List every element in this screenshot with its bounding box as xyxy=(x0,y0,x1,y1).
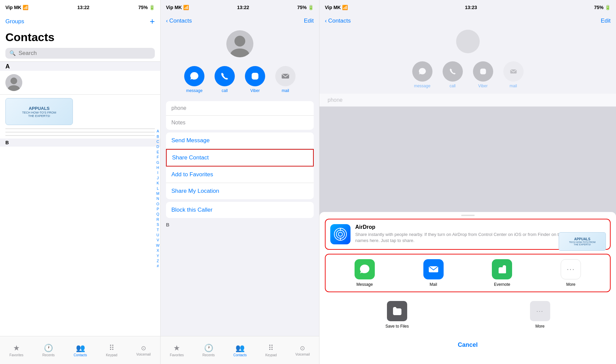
groups-button[interactable]: Groups xyxy=(5,18,24,25)
list-item[interactable] xyxy=(0,71,160,95)
files-row: Save to Files ··· More xyxy=(319,296,616,333)
tab-favorites-2[interactable]: ★ Favorites xyxy=(170,344,184,357)
message-share-icon xyxy=(355,259,375,279)
status-left-1: Vip MK 📶 xyxy=(5,5,28,10)
section-b: B xyxy=(0,139,160,147)
tab-label-recents-1: Recents xyxy=(42,353,55,357)
tab-keypad-2[interactable]: ⠿ Keypad xyxy=(265,344,277,357)
contact-header-2 xyxy=(161,27,319,61)
tab-label-rec-2: Recents xyxy=(202,353,215,357)
wifi-icon-2: 📶 xyxy=(183,5,189,10)
battery-icon-2: 🔋 xyxy=(308,5,314,10)
avatar xyxy=(5,74,22,91)
call-btn-3: call xyxy=(443,61,463,88)
more-share-label: More xyxy=(566,282,575,287)
mail-share-label: Mail xyxy=(430,282,437,287)
message-share-label: Message xyxy=(357,282,373,287)
tab-voicemail-1[interactable]: ⊙ Voicemail xyxy=(136,344,151,356)
contact-detail-3: ‹ Contacts Edit message call xyxy=(319,15,616,107)
status-right-1: 75% 🔋 xyxy=(138,5,155,10)
voicemail-icon-2: ⊙ xyxy=(300,344,305,352)
svg-point-4 xyxy=(234,36,245,47)
share-sheet-panel: Vip MK 📶 13:23 75% 🔋 ‹ Contacts Edit xyxy=(319,0,616,364)
evernote-share-label: Evernote xyxy=(494,282,510,287)
share-mail-button[interactable]: Mail xyxy=(423,259,444,287)
avatar-2 xyxy=(226,30,253,57)
star-icon-1: ★ xyxy=(13,344,20,353)
status-bar-2: Vip MK 📶 13:22 75% 🔋 xyxy=(161,0,319,15)
battery-icon-1: 75% xyxy=(138,5,148,10)
search-bar-1[interactable]: 🔍 xyxy=(5,48,155,59)
tab-recents-2[interactable]: 🕐 Recents xyxy=(202,344,215,357)
nav-bar-3: ‹ Contacts Edit xyxy=(319,15,616,27)
action-buttons-2: message call Viber mail xyxy=(161,61,319,98)
appuals-watermark-1: APPUALS TECH HOW-TO'S FROMTHE EXPERTS! xyxy=(5,98,73,125)
tab-recents-1[interactable]: 🕐 Recents xyxy=(42,344,55,357)
tab-contacts-2[interactable]: 👥 Contacts xyxy=(233,344,247,357)
bottom-tabs-1: ★ Favorites 🕐 Recents 👥 Contacts ⠿ Keypa… xyxy=(0,336,160,364)
actions-group-2: Send Message Share Contact Add to Favori… xyxy=(166,132,314,199)
call-lbl-3: call xyxy=(449,84,455,88)
airdrop-title: AirDrop xyxy=(355,224,605,230)
viber-label: Viber xyxy=(250,88,260,93)
share-contact-button[interactable]: Share Contact xyxy=(166,149,314,166)
svg-rect-8 xyxy=(480,68,486,74)
info-section-2: phone Notes xyxy=(166,101,314,130)
nav-bar-2: ‹ Contacts Edit xyxy=(161,15,319,27)
battery-visual-1: 🔋 xyxy=(149,5,155,10)
section-a: A xyxy=(0,62,160,71)
search-input-1[interactable] xyxy=(19,50,151,57)
contact-detail-content: message call Viber mail xyxy=(161,27,319,336)
viber-button[interactable]: Viber xyxy=(245,66,265,93)
more-files-button[interactable]: ··· More xyxy=(530,301,550,329)
tab-keypad-1[interactable]: ⠿ Keypad xyxy=(106,344,117,357)
block-caller-button[interactable]: Block this Caller xyxy=(166,202,314,218)
notes-field-2: Notes xyxy=(166,116,314,130)
call-button[interactable]: call xyxy=(215,66,235,93)
message-icon-circle xyxy=(184,66,204,86)
mail-button[interactable]: mail xyxy=(275,66,296,93)
edit-button-2[interactable]: Edit xyxy=(304,18,314,24)
add-favorites-button[interactable]: Add to Favorites xyxy=(166,166,314,183)
title-bar-1: Contacts xyxy=(0,29,160,47)
tab-label-key-2: Keypad xyxy=(265,353,277,357)
share-message-button[interactable]: Message xyxy=(355,259,375,287)
contacts-icon-1: 👥 xyxy=(76,344,85,353)
tab-label-vm-2: Voicemail xyxy=(296,353,310,356)
message-button[interactable]: message xyxy=(184,66,204,93)
keypad-icon-2: ⠿ xyxy=(268,344,274,353)
share-location-button[interactable]: Share My Location xyxy=(166,183,314,199)
mail-share-icon xyxy=(423,259,444,279)
back-button-2[interactable]: ‹ Contacts xyxy=(166,18,192,24)
send-message-button[interactable]: Send Message xyxy=(166,132,314,149)
share-more-button[interactable]: ··· More xyxy=(561,259,581,287)
status-left-2: Vip MK 📶 xyxy=(166,5,189,10)
tab-label-fav-2: Favorites xyxy=(170,353,184,357)
tab-favorites-1[interactable]: ★ Favorites xyxy=(9,344,23,357)
add-contact-button[interactable]: + xyxy=(150,16,155,27)
status-right-3: 75% 🔋 xyxy=(594,5,611,10)
share-evernote-button[interactable]: Evernote xyxy=(492,259,512,287)
tab-voicemail-2[interactable]: ⊙ Voicemail xyxy=(296,344,310,356)
voicemail-icon-1: ⊙ xyxy=(141,344,146,352)
tab-contacts-1[interactable]: 👥 Contacts xyxy=(74,344,87,357)
back-label-2: Contacts xyxy=(169,18,192,24)
svg-rect-6 xyxy=(252,73,258,80)
tab-label-contacts-1: Contacts xyxy=(74,353,87,357)
battery-icon-3: 🔋 xyxy=(605,5,611,10)
call-icon-circle xyxy=(215,66,235,86)
alpha-index: A B C D E F G H I J K L M N O P Q R S T … xyxy=(156,62,160,336)
cancel-button[interactable]: Cancel xyxy=(325,336,611,354)
search-icon-1: 🔍 xyxy=(9,50,16,56)
evernote-share-icon xyxy=(492,259,512,279)
save-to-files-button[interactable]: Save to Files xyxy=(385,301,409,329)
tab-label-con-2: Contacts xyxy=(233,353,247,357)
section-b-label: B xyxy=(161,221,319,229)
back-label-3: Contacts xyxy=(328,18,351,24)
call-label: call xyxy=(222,88,228,93)
message-btn-3: message xyxy=(412,61,432,88)
chevron-left-icon-3: ‹ xyxy=(325,18,327,24)
time-2: 13:22 xyxy=(237,5,249,10)
more-files-label: More xyxy=(535,324,544,329)
mail-label: mail xyxy=(282,88,289,93)
